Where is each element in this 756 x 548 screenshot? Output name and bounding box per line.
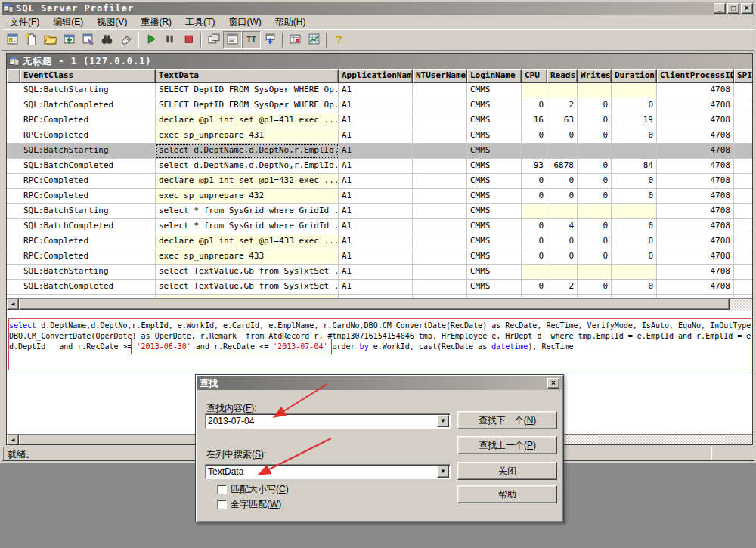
cell-reads[interactable]: 2 <box>547 98 578 113</box>
find-dialog-titlebar[interactable]: 查找 × <box>197 376 562 390</box>
new-template-button[interactable] <box>22 31 41 49</box>
find-what-value[interactable]: 2013-07-04 <box>206 416 437 426</box>
cell-app[interactable]: A1 <box>339 265 413 280</box>
main-titlebar[interactable]: SQL Server Profiler _ □ × <box>2 2 754 15</box>
cell-gutter[interactable] <box>7 174 20 189</box>
cell-spid[interactable] <box>734 83 752 98</box>
open-trace-button[interactable] <box>41 31 60 49</box>
search-column-combobox[interactable]: TextData ▼ <box>205 464 451 479</box>
table-row[interactable]: SQL:BatchStartingselect TextValue,Gb fro… <box>7 265 752 280</box>
close-button[interactable]: × <box>741 3 753 14</box>
cell-gutter[interactable] <box>7 265 20 280</box>
cell-login[interactable]: CMMS <box>467 174 522 189</box>
cell-duration[interactable] <box>612 204 657 219</box>
cell-ntuser[interactable] <box>413 189 467 204</box>
cell-ntuser[interactable] <box>413 159 467 174</box>
cell-ntuser[interactable] <box>413 174 467 189</box>
find-what-combobox[interactable]: 2013-07-04 ▼ <box>205 413 451 429</box>
pause-trace-button[interactable] <box>160 31 179 49</box>
cell-event[interactable]: RPC:Completed <box>20 113 156 128</box>
cell-text[interactable]: select d.DeptName,d.DeptNo,r.EmplId... <box>156 144 339 159</box>
cell-duration[interactable]: 0 <box>612 128 657 144</box>
table-row[interactable]: RPC:Completeddeclare @p1 int set @p1=433… <box>7 234 752 249</box>
cell-gutter[interactable] <box>7 113 20 128</box>
cell-text[interactable]: declare @p1 int set @p1=433 exec ... <box>156 234 339 249</box>
column-header-ntuser[interactable]: NTUserName <box>413 69 467 83</box>
cell-writes[interactable] <box>578 295 612 298</box>
cell-event[interactable]: SQL:BatchStarting <box>20 265 156 280</box>
cell-gutter[interactable] <box>7 83 20 98</box>
cell-writes[interactable]: 0 <box>578 219 612 234</box>
cell-event[interactable]: RPC:Completed <box>20 174 156 189</box>
column-header-duration[interactable]: Duration <box>612 69 657 83</box>
cell-app[interactable]: A1 <box>339 234 413 249</box>
cell-text[interactable]: SELECT DeptID FROM SysOper WHERE Op... <box>156 98 339 113</box>
cell-cpid[interactable]: 4708 <box>657 144 734 159</box>
cell-writes[interactable] <box>578 83 612 98</box>
cell-gutter[interactable] <box>7 128 20 144</box>
cell-app[interactable]: A1 <box>339 113 413 128</box>
cell-ntuser[interactable] <box>413 98 467 113</box>
table-row[interactable]: SQL:BatchCompletedSELECT DeptID FROM Sys… <box>7 98 752 113</box>
cell-reads[interactable] <box>547 295 578 298</box>
cell-login[interactable]: CMMS <box>467 128 522 144</box>
cell-reads[interactable]: 6878 <box>547 159 578 174</box>
column-header-cpu[interactable]: CPU <box>522 69 547 83</box>
cell-reads[interactable] <box>547 144 578 159</box>
table-row[interactable]: RPC:Completedexec sp_unprepare 431A1CMMS… <box>7 128 752 144</box>
cell-reads[interactable]: 4 <box>547 219 578 234</box>
column-header-writes[interactable]: Writes <box>578 69 612 83</box>
cell-login[interactable]: CMMS <box>467 83 522 98</box>
minimize-button[interactable]: _ <box>714 3 726 14</box>
cell-login[interactable]: CMMS <box>467 159 522 174</box>
menu-item-2[interactable]: 视图(V) <box>90 14 134 30</box>
cell-cpu[interactable] <box>522 204 547 219</box>
cell-app[interactable] <box>339 295 413 298</box>
cell-text[interactable]: exec sp_unprepare 431 <box>156 128 339 144</box>
table-row[interactable]: SQL:BatchCompletedselect d.DeptName,d.De… <box>7 159 752 174</box>
group-view-button[interactable] <box>204 31 223 49</box>
cell-login[interactable]: CMMS <box>467 265 522 280</box>
cell-login[interactable]: CMMS <box>467 234 522 249</box>
table-row[interactable]: RPC:Completedexec sp_unprepare 432A1CMMS… <box>7 189 752 204</box>
cell-login[interactable]: CMMS <box>467 280 522 295</box>
help-button[interactable]: ? <box>330 31 349 49</box>
column-header-app[interactable]: ApplicationName <box>339 69 413 83</box>
find-next-button[interactable]: 查找下一个(N) <box>457 411 557 429</box>
cell-app[interactable]: A1 <box>339 249 413 265</box>
cell-spid[interactable] <box>734 128 752 144</box>
cell-writes[interactable] <box>578 204 612 219</box>
move-columns-button[interactable] <box>261 31 280 49</box>
cell-event[interactable]: SQL:BatchStarting <box>20 83 156 98</box>
cell-duration[interactable]: 0 <box>612 219 657 234</box>
cell-spid[interactable] <box>734 249 752 265</box>
cell-gutter[interactable] <box>7 144 20 159</box>
cell-writes[interactable]: 0 <box>578 280 612 295</box>
cell-writes[interactable]: 0 <box>578 174 612 189</box>
grid-scrollbar-thumb[interactable] <box>19 299 730 310</box>
table-row[interactable]: SQL:BatchCompletedselect TextValue,Gb fr… <box>7 280 752 295</box>
chevron-down-icon[interactable]: ▼ <box>437 466 449 478</box>
cell-cpid[interactable]: 4708 <box>657 265 734 280</box>
cell-writes[interactable]: 0 <box>578 234 612 249</box>
cell-cpid[interactable]: 4708 <box>657 98 734 113</box>
cell-app[interactable]: A1 <box>339 174 413 189</box>
table-row[interactable]: RPC:Completeddeclare @p1 int set @p1=432… <box>7 174 752 189</box>
new-trace-button[interactable] <box>3 31 22 49</box>
cell-app[interactable]: A1 <box>339 219 413 234</box>
cell-event[interactable]: SQL:BatchCompleted <box>20 219 156 234</box>
cell-app[interactable]: A1 <box>339 280 413 295</box>
search-column-value[interactable]: TextData <box>206 466 437 477</box>
column-header-spid[interactable]: SPI <box>734 69 752 83</box>
cell-app[interactable]: A1 <box>339 204 413 219</box>
menu-item-6[interactable]: 帮助(H) <box>268 14 313 30</box>
cell-event[interactable]: RPC:Completed <box>20 234 156 249</box>
cell-writes[interactable]: 0 <box>578 98 612 113</box>
cell-writes[interactable] <box>578 144 612 159</box>
cell-ntuser[interactable] <box>413 204 467 219</box>
cell-writes[interactable]: 0 <box>578 159 612 174</box>
cell-ntuser[interactable] <box>413 219 467 234</box>
cell-cpid[interactable]: 4708 <box>657 204 734 219</box>
table-row[interactable]: RPC:Completedexec sp_unprepare 433A1CMMS… <box>7 249 752 265</box>
cell-ntuser[interactable] <box>413 295 467 298</box>
